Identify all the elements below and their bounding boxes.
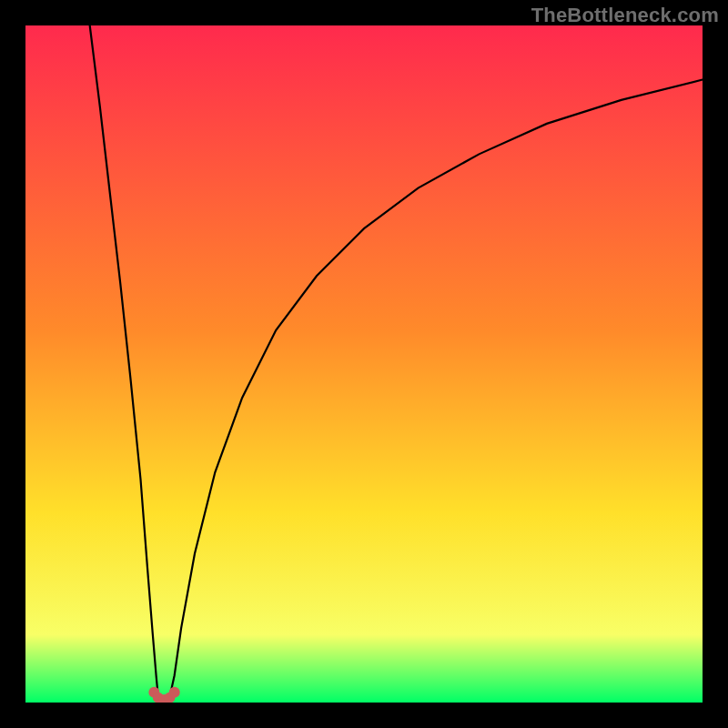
watermark-label: TheBottleneck.com bbox=[531, 4, 719, 27]
frame-bottom bbox=[0, 703, 728, 728]
frame-left bbox=[0, 0, 25, 728]
frame-right bbox=[703, 0, 728, 728]
chart-canvas: TheBottleneck.com bbox=[0, 0, 728, 728]
plot-background bbox=[25, 25, 703, 703]
chart-svg bbox=[0, 0, 728, 728]
valley-dot bbox=[169, 687, 180, 698]
